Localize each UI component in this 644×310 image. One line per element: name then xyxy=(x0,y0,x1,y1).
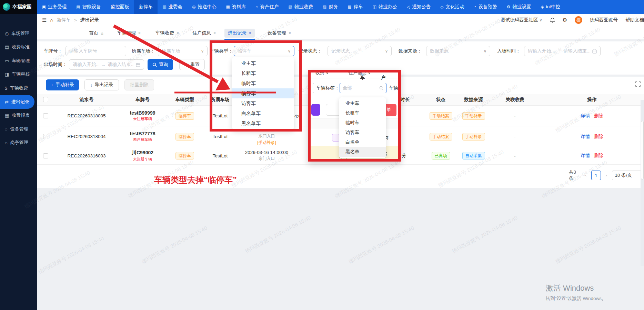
page-size-select[interactable]: 10 条/页 xyxy=(612,171,644,180)
tag-option-whitelist[interactable]: 白名单 xyxy=(339,137,386,147)
scrollbar-thumb[interactable] xyxy=(641,121,644,180)
nav-item-announcements[interactable]: ◁通知公告 xyxy=(402,0,435,14)
type-select[interactable]: 临停车 ∨ xyxy=(234,46,294,56)
detail-link[interactable]: 详情 xyxy=(581,134,590,140)
breadcrumb-separator: > xyxy=(74,18,77,23)
reset-button[interactable]: ↻ 重置 xyxy=(179,59,205,70)
entry-time-range[interactable]: 请输入开始... → 请输入结束... xyxy=(524,46,601,56)
detail-link[interactable]: 详情 xyxy=(581,153,590,159)
col-source: 数据来源 xyxy=(457,94,490,106)
close-icon[interactable]: × xyxy=(177,31,179,36)
delete-link[interactable]: 删除 xyxy=(594,134,603,140)
delete-link[interactable]: 删除 xyxy=(594,153,603,159)
exit-time-range[interactable]: 请输入开始... → 请输入结束... xyxy=(69,59,144,70)
manual-add-button[interactable]: +手动补录 xyxy=(46,79,79,90)
kiosk-icon: ⌂ xyxy=(5,140,8,145)
app-logo[interactable]: 幸福家园 xyxy=(0,0,37,14)
tab-home[interactable]: 首页⌂ xyxy=(85,29,107,38)
row-checkbox[interactable] xyxy=(43,113,48,118)
community-selector[interactable]: 测试德玛西亚社区 ∨ xyxy=(501,17,542,23)
breadcrumb-root[interactable]: 新停车 xyxy=(57,17,71,23)
next-page-icon[interactable]: › xyxy=(606,173,607,178)
sidebar-item-vehicle-fee[interactable]: $车辆收费 xyxy=(0,81,34,95)
home-icon[interactable]: ⌂ xyxy=(50,17,53,23)
nav-item-device-alerts[interactable]: ◔设备预警 xyxy=(469,0,502,14)
nav-item-owners-committee[interactable]: ▥业委会 xyxy=(158,0,187,14)
tab-resident-info[interactable]: 住户信息× xyxy=(189,29,219,38)
popup-right-fragment: 车辆标 xyxy=(389,85,398,91)
type-option-temporary[interactable]: 临时车 xyxy=(232,78,294,88)
nav-item-iot-control[interactable]: ◈iot中控 xyxy=(536,0,565,14)
batch-delete-button[interactable]: 批量删除 xyxy=(124,79,154,90)
nav-item-push-center[interactable]: ◎推送中心 xyxy=(187,0,221,14)
type-option-owner[interactable]: 业主车 xyxy=(232,58,294,68)
avatar[interactable]: 德 xyxy=(575,16,582,24)
page-number[interactable]: 1 xyxy=(591,171,601,180)
close-icon[interactable]: × xyxy=(138,31,141,36)
nav-item-finance[interactable]: ▨财务 xyxy=(318,0,343,14)
close-icon[interactable]: × xyxy=(213,31,216,36)
nav-item-monitor-panel[interactable]: 监控面板 xyxy=(106,0,134,14)
nav-item-business-acceptance[interactable]: ▣业务受理 xyxy=(37,0,71,14)
table-row xyxy=(37,147,54,165)
logo-title: 幸福家园 xyxy=(12,4,32,10)
nav-item-culture-activities[interactable]: ◇文化活动 xyxy=(435,0,469,14)
sidebar-item-fee-reports[interactable]: ▦收费报表 xyxy=(0,108,34,122)
nav-item-smart-devices[interactable]: ▤智能设备 xyxy=(71,0,105,14)
close-icon[interactable]: × xyxy=(249,31,251,36)
detail-link[interactable]: 详情 xyxy=(581,113,590,119)
nav-item-property-office[interactable]: ◫物业办公 xyxy=(368,0,402,14)
type-option-blacklist[interactable]: 黑名单车 xyxy=(232,118,294,128)
scrollbar-track[interactable] xyxy=(641,100,644,266)
prev-page-icon[interactable]: ‹ xyxy=(585,173,586,178)
menu-collapse-icon[interactable]: ☰ xyxy=(42,17,47,23)
row-checkbox[interactable] xyxy=(43,134,48,139)
sidebar-item-fee-standard[interactable]: ▤收费标准 xyxy=(0,40,34,54)
windows-activation-notice: 激活 Windows 转到“设置”以激活 Windows。 xyxy=(546,283,606,302)
tag-option-temporary[interactable]: 临时车 xyxy=(339,118,386,128)
plate-input[interactable]: 请输入车牌号 xyxy=(66,46,126,56)
nav-item-property-fee[interactable]: ▧物业收费 xyxy=(284,0,318,14)
sidebar-item-vehicle-audit[interactable]: ◨车辆审核 xyxy=(0,67,34,81)
sidebar-item-vehicle-mgmt[interactable]: ▭车辆管理 xyxy=(0,54,34,68)
type-option-temp-stop[interactable]: 临停车 xyxy=(232,88,294,98)
nav-item-property-settings[interactable]: ⚙物业设置 xyxy=(502,0,536,14)
nav-item-new-parking[interactable]: 新停车 xyxy=(134,0,158,14)
tab-entry-exit-records[interactable]: 进出记录× xyxy=(224,29,255,38)
gear-icon[interactable]: ⚙ xyxy=(563,17,567,23)
tag-option-visitor[interactable]: 访客车 xyxy=(339,128,386,137)
close-icon[interactable]: × xyxy=(289,31,291,36)
select-all-header xyxy=(37,94,54,106)
nav-item-library[interactable]: ▦资料库 xyxy=(221,0,251,14)
row-checkbox[interactable] xyxy=(43,153,48,158)
select-all-checkbox[interactable] xyxy=(43,97,48,102)
nav-item-assets-residents[interactable]: ⌂资产住户 xyxy=(251,0,283,14)
account-name[interactable]: 德玛西亚账号 xyxy=(590,17,618,23)
sidebar-item-parking-lot-mgmt[interactable]: ◷车场管理 xyxy=(0,27,34,40)
type-option-visitor[interactable]: 访客车 xyxy=(232,98,294,108)
chevron-down-icon: ∨ xyxy=(484,49,486,54)
tag-option-blacklist[interactable]: 黑名单 xyxy=(339,147,386,157)
type-option-long-rent[interactable]: 长租车 xyxy=(232,68,294,78)
vehicle-tag-search-input[interactable]: 全部 xyxy=(340,83,386,93)
sidebar-item-kiosk-mgmt[interactable]: ⌂岗亭管理 xyxy=(0,136,34,149)
tab-device-mgmt[interactable]: 设备管理× xyxy=(264,29,294,38)
delete-link[interactable]: 删除 xyxy=(594,113,603,119)
nav-item-parking[interactable]: ▩停车 xyxy=(343,0,368,14)
export-button[interactable]: ↓导出记录 xyxy=(84,79,119,90)
tag-option-owner[interactable]: 业主车 xyxy=(339,99,386,108)
lot-select[interactable]: 所属车场 ∨ xyxy=(158,46,208,56)
tab-vehicle-mgmt[interactable]: 车辆管理× xyxy=(114,29,144,38)
record-status-select[interactable]: 记录状态 ∨ xyxy=(328,46,392,56)
tab-vehicle-fee[interactable]: 车辆收费× xyxy=(152,29,182,38)
purple-button-fragment[interactable] xyxy=(311,104,320,116)
help-link[interactable]: 帮助文档 xyxy=(625,17,644,23)
sidebar-item-device-mgmt[interactable]: ◌设备管理 xyxy=(0,122,34,136)
type-option-whitelist[interactable]: 白名单车 xyxy=(232,108,294,118)
data-source-select[interactable]: 数据来源 ∨ xyxy=(426,46,490,56)
search-button[interactable]: 查询 xyxy=(148,59,173,70)
sidebar-item-entry-exit-records[interactable]: ⇄进出记录 xyxy=(0,95,34,109)
tag-option-long-rent[interactable]: 长租车 xyxy=(339,108,386,118)
fullscreen-icon[interactable] xyxy=(635,81,641,87)
bell-icon[interactable] xyxy=(550,18,555,23)
